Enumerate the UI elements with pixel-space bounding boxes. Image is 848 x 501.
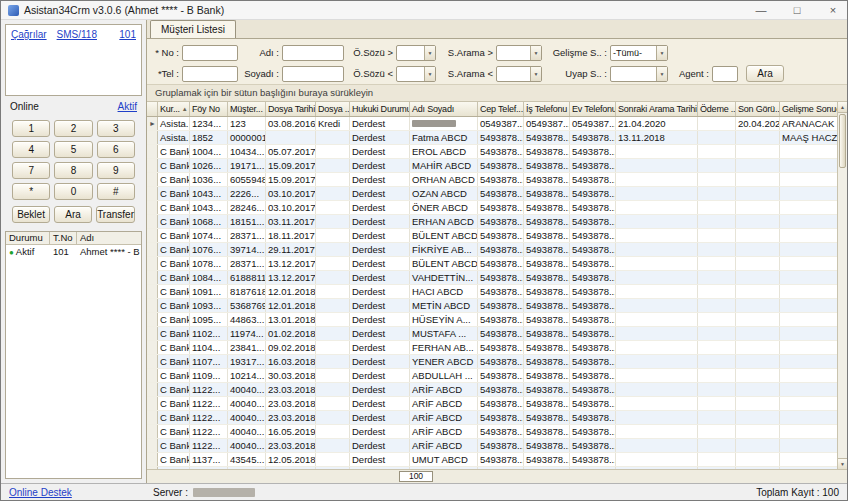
table-row[interactable]: C Bank1078...28371...13.12.2017DerdestBÜ… (147, 257, 847, 271)
dialpad-key-#[interactable]: # (97, 183, 135, 200)
table-row[interactable]: C Bank1122...40040...16.05.2019DerdestAR… (147, 425, 847, 439)
filter-input-tel[interactable] (182, 66, 238, 82)
dialpad-key-1[interactable]: 1 (12, 120, 50, 137)
table-row[interactable]: C Bank1095...44863...13.01.2018DerdestHÜ… (147, 313, 847, 327)
column-header-4[interactable]: Dosya Tarihi (266, 102, 316, 116)
table-row[interactable]: C Bank1122...40040...23.03.2018DerdestAR… (147, 397, 847, 411)
filter-input-soyadi[interactable] (282, 66, 344, 82)
column-header-2[interactable]: Föy No (190, 102, 228, 116)
table-row[interactable]: C Bank1093...536876912.01.2018DerdestMET… (147, 299, 847, 313)
dialpad-key-8[interactable]: 8 (54, 162, 92, 179)
table-row[interactable]: C Bank1004...10434...05.07.2017DerdestER… (147, 145, 847, 159)
column-header-8[interactable]: Cep Telef... (478, 102, 524, 116)
tab-musteri-listesi[interactable]: Müşteri Listesi (150, 20, 236, 38)
cell: Derdest (350, 243, 410, 256)
cell: 1122... (190, 397, 228, 410)
chevron-down-icon[interactable]: ▼ (424, 46, 435, 60)
filter-input-no[interactable] (182, 45, 238, 61)
call-action-beklet[interactable]: Beklet (12, 206, 50, 223)
column-header-12[interactable]: Ödeme ... (698, 102, 736, 116)
table-row[interactable]: C Bank1122...40040...23.03.2018DerdestAR… (147, 383, 847, 397)
row-indicator (147, 229, 158, 242)
calls-link[interactable]: Çağrılar (11, 29, 47, 40)
online-destek-link[interactable]: Online Destek (9, 487, 72, 498)
column-header-11[interactable]: Sonraki Arama Tarihi (616, 102, 698, 116)
cell: HÜSEYİN A... (410, 313, 478, 326)
chevron-down-icon[interactable]: ▼ (656, 46, 667, 60)
aktif-link[interactable]: Aktif (118, 101, 137, 112)
maximize-button[interactable]: □ (790, 4, 804, 16)
table-row[interactable]: C Bank1043...28246...03.10.2017DerdestÖN… (147, 201, 847, 215)
table-row[interactable]: C Bank1104...23841...09.02.2018DerdestFE… (147, 341, 847, 355)
vertical-scrollbar[interactable]: ▲ ▼ (837, 102, 847, 469)
cell (316, 257, 350, 270)
column-header-9[interactable]: İş Telefonu (524, 102, 570, 116)
close-button[interactable]: × (826, 4, 840, 16)
column-header-10[interactable]: Ev Telefonu (570, 102, 616, 116)
extension-link[interactable]: 101 (119, 29, 136, 40)
column-header-3[interactable]: Müşter... (228, 102, 266, 116)
dialpad-key-3[interactable]: 3 (97, 120, 135, 137)
cell: 03.10.2017 (266, 187, 316, 200)
column-header-5[interactable]: Dosya ... (316, 102, 350, 116)
dialpad-key-5[interactable]: 5 (54, 141, 92, 158)
chevron-down-icon[interactable]: ▼ (530, 46, 541, 60)
filter-select-sarama-lt[interactable]: ▼ (496, 66, 542, 82)
call-action-ara[interactable]: Ara (54, 206, 92, 223)
table-row[interactable]: C Bank1026...19171...15.09.2017DerdestMA… (147, 159, 847, 173)
dialpad-key-0[interactable]: 0 (54, 183, 92, 200)
scrollbar-thumb[interactable] (839, 114, 846, 168)
filter-input-adi[interactable] (282, 45, 344, 61)
table-row[interactable]: C Bank1076...39714...29.11.2017DerdestFİ… (147, 243, 847, 257)
cell (616, 173, 698, 186)
chevron-down-icon[interactable]: ▼ (656, 67, 667, 81)
filter-select-osozu-lt[interactable]: ▼ (396, 66, 436, 82)
cell: 1093... (190, 299, 228, 312)
page-size-box[interactable]: 100 (399, 471, 433, 482)
filter-select-osozu-gt[interactable]: ▼ (396, 45, 436, 61)
minimize-button[interactable]: — (754, 4, 768, 16)
table-row[interactable]: C Bank1122...40040...23.03.2018DerdestAR… (147, 411, 847, 425)
dialpad-key-6[interactable]: 6 (97, 141, 135, 158)
table-row[interactable]: C Bank1036...605594815.09.2017DerdestORH… (147, 173, 847, 187)
cell: 43545... (228, 453, 266, 466)
main-panel: Müşteri Listesi * No :Adı :Ö.Sözü >▼S.Ar… (147, 20, 847, 483)
scroll-down-icon[interactable]: ▼ (838, 458, 847, 469)
filter-select-sarama-gt[interactable]: ▼ (496, 45, 542, 61)
table-row[interactable]: C Bank1091...818761812.01.2018DerdestHAC… (147, 285, 847, 299)
dialpad-key-2[interactable]: 2 (54, 120, 92, 137)
table-row[interactable]: C Bank1043...2226...03.10.2017DerdestOZA… (147, 187, 847, 201)
filter-select-gelisme[interactable]: -Tümü-▼ (610, 45, 668, 61)
dialpad-key-4[interactable]: 4 (12, 141, 50, 158)
tab-strip: Müşteri Listesi (147, 20, 847, 39)
agent-list-row[interactable]: ●Aktif101Ahmet **** - B Bank (6, 245, 141, 258)
table-row[interactable]: C Bank1084...618881113.12.2017DerdestVAH… (147, 271, 847, 285)
table-row[interactable]: C Bank1074...28371...18.11.2017DerdestBÜ… (147, 229, 847, 243)
filter-input-agent[interactable] (712, 66, 738, 82)
table-row[interactable]: C Bank1122...40040...23.03.2018DerdestAR… (147, 439, 847, 453)
call-action-transfer[interactable]: Transfer (96, 206, 135, 223)
column-header-7[interactable]: Adı Soyadı (410, 102, 478, 116)
table-row[interactable]: C Bank1107...19317...16.03.2018DerdestYE… (147, 355, 847, 369)
table-row[interactable]: C Bank1109...10214...30.03.2018DerdestAB… (147, 369, 847, 383)
search-button[interactable]: Ara (746, 65, 784, 82)
table-row[interactable]: Asista...18520000001DerdestFatma ABCD549… (147, 131, 847, 145)
cell: C Bank (158, 327, 190, 340)
chevron-down-icon[interactable]: ▼ (530, 67, 541, 81)
table-row[interactable]: C Bank1068...18151...03.11.2017DerdestER… (147, 215, 847, 229)
dialpad-key-9[interactable]: 9 (97, 162, 135, 179)
sms-link[interactable]: SMS/118 (57, 29, 97, 40)
scroll-up-icon[interactable]: ▲ (838, 102, 847, 113)
table-row[interactable]: ►Asista...1234...12303.08.2016KrediDerde… (147, 117, 847, 131)
column-header-6[interactable]: Hukuki Durumu (350, 102, 410, 116)
row-indicator (147, 145, 158, 158)
table-row[interactable]: C Bank1102...11974...01.02.2018DerdestMU… (147, 327, 847, 341)
column-header-13[interactable]: Son Görü... (736, 102, 780, 116)
column-header-1[interactable]: Kur...▲ (158, 102, 190, 116)
cell: 5493878... (524, 187, 570, 200)
table-row[interactable]: C Bank1137...43545...12.05.2018DerdestUM… (147, 453, 847, 467)
dialpad-key-*[interactable]: * (12, 183, 50, 200)
filter-select-uyap[interactable]: ▼ (610, 66, 668, 82)
dialpad-key-7[interactable]: 7 (12, 162, 50, 179)
chevron-down-icon[interactable]: ▼ (424, 67, 435, 81)
